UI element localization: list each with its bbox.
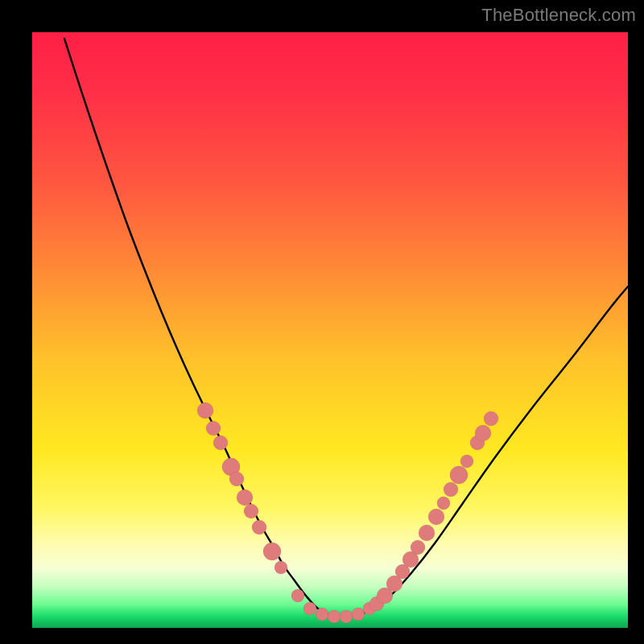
highlight-dot [237,489,253,506]
chart-frame: TheBottleneck.com [0,0,644,644]
highlight-dot [475,425,491,441]
highlight-dot [460,455,473,468]
highlight-dot [328,610,341,623]
highlight-dot [244,504,258,518]
highlight-dot [229,472,244,486]
highlight-dots [197,402,498,623]
highlight-dot [419,525,435,541]
highlight-dot [275,561,287,574]
highlight-dot [303,602,316,615]
highlight-dot [450,466,468,484]
highlight-dot [437,497,450,510]
bottleneck-curve [64,39,628,617]
highlight-dot [206,421,221,436]
highlight-dot [213,436,228,450]
highlight-dot [444,482,458,497]
highlight-dot [340,610,353,623]
highlight-dot [411,540,425,555]
watermark-text: TheBottleneck.com [481,5,636,26]
highlight-dot [252,520,266,535]
highlight-dot [484,411,498,426]
highlight-dot [197,402,213,419]
highlight-dot [316,608,328,621]
highlight-dot [263,543,281,560]
highlight-dot [291,589,304,602]
highlight-dot [428,509,444,525]
plot-area [32,32,628,628]
bottleneck-chart-svg [32,32,628,628]
highlight-dot [352,608,365,621]
